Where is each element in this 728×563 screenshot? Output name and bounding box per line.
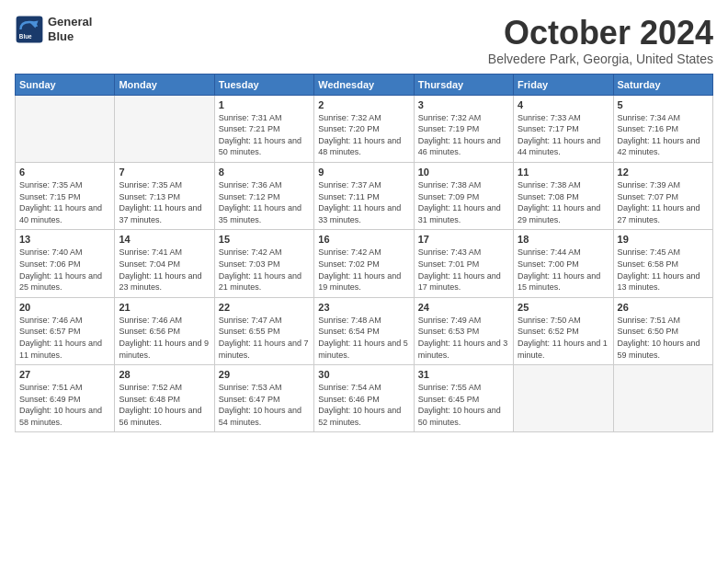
day-number: 23 <box>318 302 409 313</box>
day-number: 18 <box>518 234 609 245</box>
day-detail: Sunrise: 7:48 AMSunset: 6:54 PMDaylight:… <box>318 315 409 361</box>
location-subtitle: Belvedere Park, Georgia, United States <box>488 52 713 66</box>
day-number: 31 <box>418 369 509 380</box>
calendar-day-cell: 10Sunrise: 7:38 AMSunset: 7:09 PMDayligh… <box>414 162 513 229</box>
weekday-header: Friday <box>514 74 613 95</box>
day-number: 28 <box>119 369 210 380</box>
calendar-day-cell: 9Sunrise: 7:37 AMSunset: 7:11 PMDaylight… <box>314 162 414 229</box>
calendar-week-row: 20Sunrise: 7:46 AMSunset: 6:57 PMDayligh… <box>16 297 713 364</box>
day-detail: Sunrise: 7:33 AMSunset: 7:17 PMDaylight:… <box>518 112 609 158</box>
calendar-week-row: 6Sunrise: 7:35 AMSunset: 7:15 PMDaylight… <box>16 162 713 229</box>
logo-text: General Blue <box>48 15 92 43</box>
day-number: 30 <box>318 369 409 380</box>
weekday-header: Thursday <box>414 74 513 95</box>
day-detail: Sunrise: 7:35 AMSunset: 7:13 PMDaylight:… <box>119 179 210 225</box>
day-number: 2 <box>318 99 409 110</box>
calendar-day-cell: 5Sunrise: 7:34 AMSunset: 7:16 PMDaylight… <box>613 95 712 162</box>
day-detail: Sunrise: 7:36 AMSunset: 7:12 PMDaylight:… <box>219 179 310 225</box>
day-number: 26 <box>618 302 709 313</box>
calendar-day-cell: 28Sunrise: 7:52 AMSunset: 6:48 PMDayligh… <box>115 365 214 432</box>
day-detail: Sunrise: 7:44 AMSunset: 7:00 PMDaylight:… <box>518 247 609 293</box>
logo-icon: Blue <box>15 15 44 44</box>
day-detail: Sunrise: 7:51 AMSunset: 6:50 PMDaylight:… <box>618 315 709 361</box>
weekday-header: Saturday <box>613 74 712 95</box>
day-number: 7 <box>119 167 210 178</box>
day-detail: Sunrise: 7:32 AMSunset: 7:20 PMDaylight:… <box>318 112 409 158</box>
day-detail: Sunrise: 7:41 AMSunset: 7:04 PMDaylight:… <box>119 247 210 293</box>
calendar-day-cell: 19Sunrise: 7:45 AMSunset: 6:58 PMDayligh… <box>613 230 712 297</box>
calendar-day-cell: 4Sunrise: 7:33 AMSunset: 7:17 PMDaylight… <box>514 95 613 162</box>
svg-text:Blue: Blue <box>19 33 32 40</box>
calendar-day-cell: 18Sunrise: 7:44 AMSunset: 7:00 PMDayligh… <box>514 230 613 297</box>
day-number: 21 <box>119 302 210 313</box>
day-number: 16 <box>318 234 409 245</box>
calendar-day-cell: 11Sunrise: 7:38 AMSunset: 7:08 PMDayligh… <box>514 162 613 229</box>
weekday-header: Sunday <box>16 74 115 95</box>
day-detail: Sunrise: 7:32 AMSunset: 7:19 PMDaylight:… <box>418 112 509 158</box>
day-detail: Sunrise: 7:37 AMSunset: 7:11 PMDaylight:… <box>318 179 409 225</box>
day-detail: Sunrise: 7:40 AMSunset: 7:06 PMDaylight:… <box>19 247 110 293</box>
day-detail: Sunrise: 7:38 AMSunset: 7:09 PMDaylight:… <box>418 179 509 225</box>
calendar-day-cell: 2Sunrise: 7:32 AMSunset: 7:20 PMDaylight… <box>314 95 414 162</box>
day-number: 12 <box>618 167 709 178</box>
month-title: October 2024 <box>488 15 713 52</box>
day-number: 4 <box>518 99 609 110</box>
calendar-day-cell: 22Sunrise: 7:47 AMSunset: 6:55 PMDayligh… <box>214 297 313 364</box>
calendar-day-cell: 8Sunrise: 7:36 AMSunset: 7:12 PMDaylight… <box>214 162 313 229</box>
logo: Blue General Blue <box>15 15 92 44</box>
day-detail: Sunrise: 7:42 AMSunset: 7:02 PMDaylight:… <box>318 247 409 293</box>
weekday-header: Tuesday <box>214 74 313 95</box>
calendar-day-cell: 6Sunrise: 7:35 AMSunset: 7:15 PMDaylight… <box>16 162 115 229</box>
calendar-day-cell <box>16 95 115 162</box>
day-detail: Sunrise: 7:52 AMSunset: 6:48 PMDaylight:… <box>119 382 210 428</box>
calendar-day-cell <box>115 95 214 162</box>
calendar-day-cell: 13Sunrise: 7:40 AMSunset: 7:06 PMDayligh… <box>16 230 115 297</box>
day-detail: Sunrise: 7:39 AMSunset: 7:07 PMDaylight:… <box>618 179 709 225</box>
calendar-day-cell: 17Sunrise: 7:43 AMSunset: 7:01 PMDayligh… <box>414 230 513 297</box>
day-number: 25 <box>518 302 609 313</box>
day-number: 9 <box>318 167 409 178</box>
calendar-day-cell: 23Sunrise: 7:48 AMSunset: 6:54 PMDayligh… <box>314 297 414 364</box>
day-number: 24 <box>418 302 509 313</box>
calendar-day-cell: 14Sunrise: 7:41 AMSunset: 7:04 PMDayligh… <box>115 230 214 297</box>
calendar-day-cell: 30Sunrise: 7:54 AMSunset: 6:46 PMDayligh… <box>314 365 414 432</box>
weekday-header: Monday <box>115 74 214 95</box>
day-detail: Sunrise: 7:53 AMSunset: 6:47 PMDaylight:… <box>219 382 310 428</box>
calendar-day-cell: 25Sunrise: 7:50 AMSunset: 6:52 PMDayligh… <box>514 297 613 364</box>
day-detail: Sunrise: 7:46 AMSunset: 6:57 PMDaylight:… <box>19 315 110 361</box>
day-detail: Sunrise: 7:47 AMSunset: 6:55 PMDaylight:… <box>219 315 310 361</box>
calendar-week-row: 1Sunrise: 7:31 AMSunset: 7:21 PMDaylight… <box>16 95 713 162</box>
calendar-day-cell: 24Sunrise: 7:49 AMSunset: 6:53 PMDayligh… <box>414 297 513 364</box>
day-detail: Sunrise: 7:43 AMSunset: 7:01 PMDaylight:… <box>418 247 509 293</box>
day-number: 17 <box>418 234 509 245</box>
day-detail: Sunrise: 7:35 AMSunset: 7:15 PMDaylight:… <box>19 179 110 225</box>
day-number: 29 <box>219 369 310 380</box>
calendar-day-cell <box>514 365 613 432</box>
day-detail: Sunrise: 7:38 AMSunset: 7:08 PMDaylight:… <box>518 179 609 225</box>
day-detail: Sunrise: 7:42 AMSunset: 7:03 PMDaylight:… <box>219 247 310 293</box>
calendar-body: 1Sunrise: 7:31 AMSunset: 7:21 PMDaylight… <box>16 95 713 432</box>
weekday-header: Wednesday <box>314 74 414 95</box>
day-detail: Sunrise: 7:31 AMSunset: 7:21 PMDaylight:… <box>219 112 310 158</box>
day-number: 8 <box>219 167 310 178</box>
day-number: 15 <box>219 234 310 245</box>
day-detail: Sunrise: 7:51 AMSunset: 6:49 PMDaylight:… <box>19 382 110 428</box>
calendar-day-cell: 21Sunrise: 7:46 AMSunset: 6:56 PMDayligh… <box>115 297 214 364</box>
calendar-day-cell: 27Sunrise: 7:51 AMSunset: 6:49 PMDayligh… <box>16 365 115 432</box>
calendar-day-cell <box>613 365 712 432</box>
title-block: October 2024 Belvedere Park, Georgia, Un… <box>488 15 713 66</box>
calendar-day-cell: 3Sunrise: 7:32 AMSunset: 7:19 PMDaylight… <box>414 95 513 162</box>
calendar-day-cell: 16Sunrise: 7:42 AMSunset: 7:02 PMDayligh… <box>314 230 414 297</box>
day-detail: Sunrise: 7:54 AMSunset: 6:46 PMDaylight:… <box>318 382 409 428</box>
calendar-day-cell: 15Sunrise: 7:42 AMSunset: 7:03 PMDayligh… <box>214 230 313 297</box>
calendar-table: SundayMondayTuesdayWednesdayThursdayFrid… <box>15 74 713 433</box>
calendar-day-cell: 26Sunrise: 7:51 AMSunset: 6:50 PMDayligh… <box>613 297 712 364</box>
day-detail: Sunrise: 7:50 AMSunset: 6:52 PMDaylight:… <box>518 315 609 361</box>
page-header: Blue General Blue October 2024 Belvedere… <box>15 15 713 66</box>
day-number: 1 <box>219 99 310 110</box>
day-number: 11 <box>518 167 609 178</box>
day-number: 3 <box>418 99 509 110</box>
day-detail: Sunrise: 7:49 AMSunset: 6:53 PMDaylight:… <box>418 315 509 361</box>
day-number: 20 <box>19 302 110 313</box>
calendar-day-cell: 12Sunrise: 7:39 AMSunset: 7:07 PMDayligh… <box>613 162 712 229</box>
